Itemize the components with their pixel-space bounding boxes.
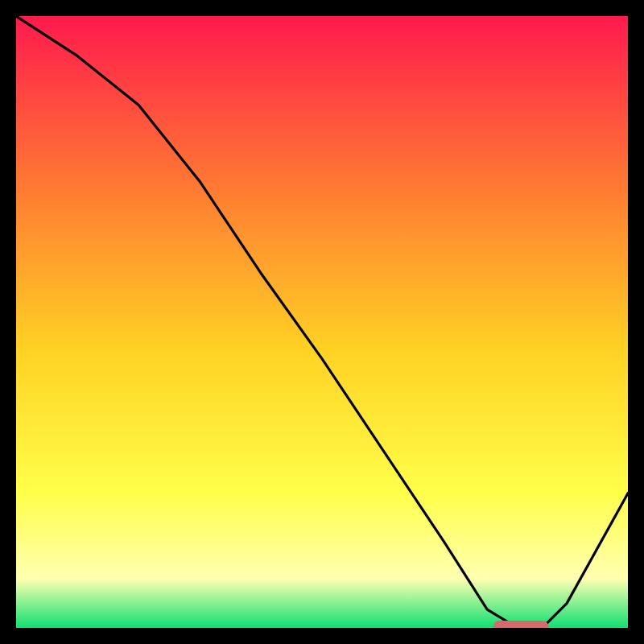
gradient-background — [16, 16, 628, 628]
optimal-range-marker — [493, 621, 548, 628]
chart-svg — [16, 16, 628, 628]
chart-frame: TheBottleneck.com — [16, 16, 628, 628]
